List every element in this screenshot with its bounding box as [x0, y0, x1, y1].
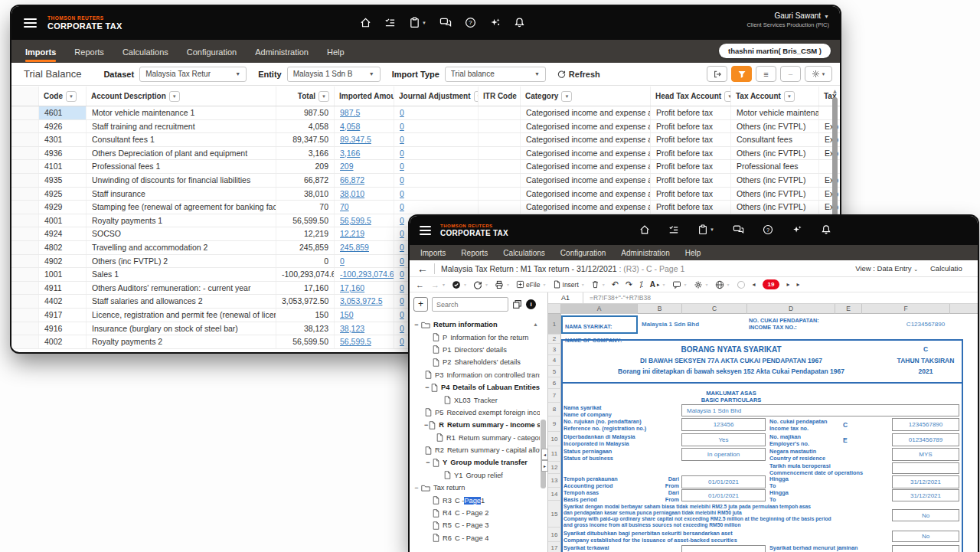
column-filter-icon[interactable]: ▼ — [318, 91, 329, 102]
cell-total[interactable]: 56,599.50 — [276, 214, 335, 227]
tab-imports[interactable]: Imports — [24, 40, 57, 63]
cell-total[interactable]: 89,347.50 — [276, 133, 335, 146]
drilldown-link[interactable]: 12,219 — [340, 229, 364, 238]
drilldown-link[interactable]: 0 — [400, 202, 404, 211]
tab-reports[interactable]: Reports — [73, 40, 106, 63]
export-button[interactable] — [707, 66, 727, 82]
tab-reports[interactable]: Reports — [459, 245, 489, 260]
cell-total[interactable]: -100,293,074.67 — [276, 268, 335, 281]
cell-itr-code[interactable] — [479, 160, 521, 173]
cell-imported-amount[interactable]: 17,160 — [335, 282, 394, 295]
chat-icon[interactable] — [439, 17, 452, 28]
cell-imported-amount[interactable]: 987.5 — [335, 106, 394, 119]
drilldown-link[interactable]: 150 — [340, 310, 354, 319]
drilldown-link[interactable]: 38,123 — [340, 324, 364, 333]
drilldown-link[interactable]: 0 — [400, 256, 404, 266]
drilldown-link[interactable]: 0 — [400, 189, 404, 198]
cell-tax-account[interactable]: Motor vehicle maintenance — [731, 106, 819, 119]
ribbon-refresh-icon[interactable]: ▾ — [473, 280, 488, 289]
cell-imported-amount[interactable]: 3,053,972.5 — [335, 295, 394, 308]
abs-field[interactable]: No — [892, 531, 959, 542]
row-header-8[interactable]: 8 — [548, 403, 561, 416]
cell-total[interactable]: 3,053,972.50 — [276, 295, 335, 308]
clipboard-icon[interactable]: ▼ — [697, 224, 714, 235]
cell-journal-adjustment[interactable]: 0 — [394, 174, 479, 187]
cell-itr-code[interactable] — [479, 201, 521, 214]
cell-imported-amount[interactable]: 66,872 — [335, 174, 394, 187]
collapse-icon[interactable]: − — [424, 459, 432, 466]
cell-imported-amount[interactable]: 245,859 — [335, 241, 394, 254]
cell-code[interactable]: 4601 — [39, 106, 87, 119]
prev-issue-icon[interactable]: ◂ — [753, 281, 756, 288]
splitter-right-icon[interactable]: ▸ — [541, 460, 548, 472]
cell-category[interactable]: Categorised income and expense analysis — [521, 120, 651, 133]
session-pill[interactable]: thashni martin( Bris_CSM ) — [719, 44, 831, 58]
drilldown-link[interactable]: 0 — [400, 175, 404, 185]
drilldown-link[interactable]: 4,058 — [340, 122, 360, 131]
cell-head-tax-account[interactable]: Profit before tax — [651, 174, 731, 187]
clipboard-icon[interactable]: ▼ — [409, 17, 426, 28]
column-header-code[interactable]: Code▼ — [39, 87, 87, 106]
scroll-up-icon[interactable]: ▲ — [831, 88, 838, 96]
cell-category[interactable]: Categorised income and expense analysis — [521, 133, 651, 146]
cell-code[interactable]: 4002 — [39, 335, 87, 348]
cell-journal-adjustment[interactable]: 0 — [394, 188, 479, 201]
table-row[interactable]: 4929Stamping fee (renewal of agreement f… — [11, 201, 840, 214]
row-header-7[interactable]: 7 — [548, 389, 561, 403]
cell-description[interactable]: Royalty payments 1 — [87, 214, 276, 227]
tree-item-y[interactable]: −YGroup module transfer — [410, 456, 540, 469]
row-header-15[interactable]: 15 — [548, 501, 561, 528]
cell-category[interactable]: Categorised income and expense analysis — [521, 174, 651, 187]
tree-item-r[interactable]: −RReturn summary - Income state — [410, 419, 540, 431]
cell-code[interactable]: 1001 — [39, 268, 87, 281]
drilldown-link[interactable]: 0 — [400, 122, 404, 131]
cell-journal-adjustment[interactable]: 0 — [394, 160, 479, 173]
row-header-11[interactable]: 11 — [548, 446, 561, 462]
delete-trash-icon[interactable]: ▾ — [591, 280, 605, 289]
drilldown-link[interactable]: 3,053,972.5 — [340, 296, 382, 305]
cell-description[interactable]: SOCSO — [87, 227, 276, 240]
settings-button[interactable]: ▼ — [805, 66, 832, 82]
basis-period-to-field[interactable]: 31/12/2021 — [892, 489, 959, 501]
tree-item-p4[interactable]: −P4Details of Labuan Entities — [410, 381, 540, 394]
column-header-imported-amount[interactable]: Imported Amount▼ — [335, 87, 394, 106]
cell-tax-account[interactable]: Others (inc FVTPL) — [731, 174, 819, 187]
drilldown-link[interactable]: 0 — [400, 283, 404, 292]
cell-description[interactable]: Sales 1 — [87, 268, 276, 281]
company-name-field[interactable]: Malaysia 1 Sdn Bhd — [681, 404, 959, 416]
cell-tax-account[interactable]: Others (inc FVTPL) — [731, 147, 819, 160]
user-menu[interactable]: Gauri Sawant▼ Client Services Production… — [746, 11, 829, 28]
drilldown-link[interactable]: 0 — [400, 149, 404, 158]
drilldown-link[interactable]: 0 — [400, 296, 404, 305]
tools-icon[interactable]: ▾ — [694, 280, 708, 289]
drilldown-link[interactable]: 0 — [400, 108, 404, 117]
search-input[interactable] — [432, 297, 508, 312]
tree-scrollbar[interactable] — [541, 320, 546, 549]
row-header-9[interactable]: 9 — [548, 416, 561, 432]
entity-select[interactable]: Malaysia 1 Sdn B▼ — [287, 67, 381, 82]
cell-journal-adjustment[interactable]: 0 — [394, 147, 479, 160]
help-icon[interactable]: ? — [465, 17, 476, 28]
tree-item-r1[interactable]: R1Return summary - categoris — [410, 432, 540, 444]
commencement-date-field[interactable] — [892, 462, 959, 474]
drilldown-link[interactable]: 0 — [400, 229, 404, 238]
notifications-bell-icon[interactable] — [821, 224, 831, 235]
drilldown-link[interactable]: 70 — [340, 202, 349, 211]
cell-description[interactable]: Licence, registration and permit fee (re… — [87, 309, 276, 322]
globe-icon[interactable]: ▾ — [715, 280, 730, 289]
row-header-17[interactable]: 17 — [548, 542, 561, 552]
drilldown-link[interactable]: 89,347.5 — [340, 135, 371, 144]
tree-item-p3[interactable]: P3Information on controlled transac — [410, 369, 540, 381]
cell-description[interactable]: Others (inc FVTPL) 2 — [87, 255, 276, 268]
controlled-company-field[interactable] — [681, 545, 766, 552]
ribbon-forward-icon[interactable]: →▾ — [431, 280, 445, 289]
selected-cell-a1[interactable]: NAMA SYARIKAT: NAME OF COMPANY: — [561, 315, 638, 334]
tasks-icon[interactable] — [668, 224, 679, 235]
cell-description[interactable]: Stamping fee (renewal of agreement for b… — [87, 201, 276, 214]
cell-itr-code[interactable] — [479, 174, 521, 187]
cell-total[interactable]: 150 — [276, 309, 335, 322]
cell-imported-amount[interactable]: 209 — [335, 160, 394, 173]
cell-itr-code[interactable] — [479, 106, 521, 119]
cell-head-tax-account[interactable]: Profit before tax — [651, 147, 731, 160]
row-header-4[interactable]: 4 — [548, 355, 561, 366]
